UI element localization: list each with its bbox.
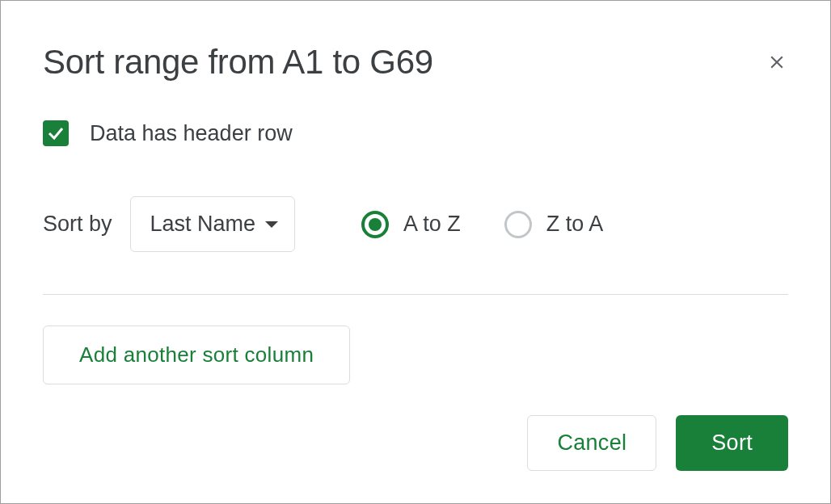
header-row-checkbox-row: Data has header row — [43, 120, 788, 146]
dialog-header: Sort range from A1 to G69 — [43, 43, 788, 82]
add-sort-column-button[interactable]: Add another sort column — [43, 326, 350, 384]
cancel-button[interactable]: Cancel — [527, 415, 656, 471]
radio-a-to-z-label: A to Z — [403, 212, 461, 237]
dialog-title: Sort range from A1 to G69 — [43, 43, 433, 82]
sort-range-dialog: Sort range from A1 to G69 Data has heade… — [0, 0, 831, 504]
radio-icon-selected — [361, 211, 389, 238]
sort-button[interactable]: Sort — [676, 415, 788, 471]
close-button[interactable] — [766, 51, 788, 74]
header-row-checkbox-label: Data has header row — [90, 121, 293, 146]
sort-direction-group: A to Z Z to A — [361, 211, 603, 238]
header-row-checkbox[interactable] — [43, 120, 69, 146]
divider — [43, 294, 788, 295]
radio-a-to-z[interactable]: A to Z — [361, 211, 461, 238]
checkmark-icon — [46, 124, 65, 143]
radio-z-to-a-label: Z to A — [546, 212, 604, 237]
dialog-footer: Cancel Sort — [43, 415, 788, 471]
sort-by-dropdown[interactable]: Last Name — [130, 196, 296, 252]
sort-by-value: Last Name — [150, 212, 256, 237]
radio-icon-unselected — [504, 211, 532, 238]
radio-z-to-a[interactable]: Z to A — [504, 211, 604, 238]
sort-by-label: Sort by — [43, 212, 112, 237]
sort-criteria-row: Sort by Last Name A to Z Z to A — [43, 196, 788, 252]
close-icon — [766, 52, 787, 73]
chevron-down-icon — [265, 221, 278, 228]
